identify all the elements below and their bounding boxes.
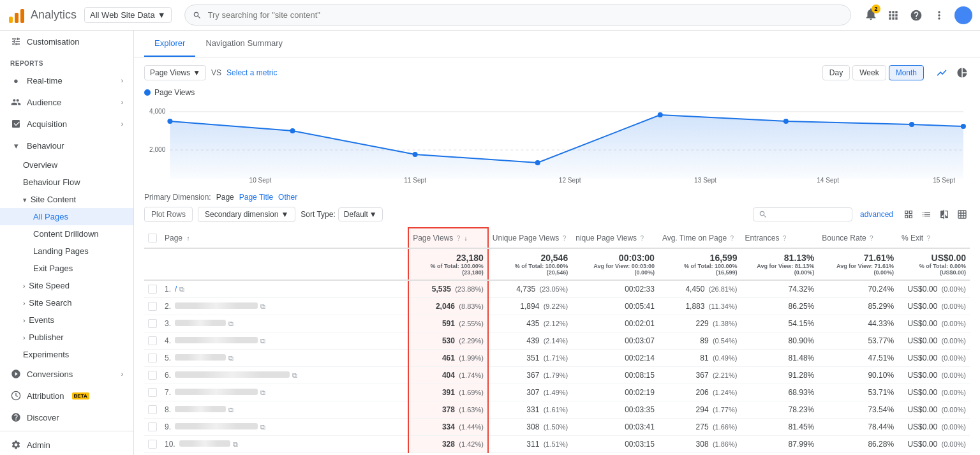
sidebar-item-site-content[interactable]: ▾ Site Content xyxy=(0,191,133,208)
dim-other-link[interactable]: Other xyxy=(278,193,297,202)
table-search xyxy=(753,207,852,221)
sidebar-item-overview[interactable]: Overview xyxy=(0,156,133,174)
row-checkbox[interactable] xyxy=(148,440,157,449)
sidebar-item-site-search[interactable]: › Site Search xyxy=(0,294,133,311)
th-pval-info-icon[interactable]: ? xyxy=(926,235,930,242)
tab-explorer[interactable]: Explorer xyxy=(144,31,195,57)
external-link-icon[interactable]: ⧉ xyxy=(260,389,265,396)
table-row: 3.⧉591 (2.55%)435 (2.12%)00:02:01229 (1.… xyxy=(144,315,970,332)
row-checkbox[interactable] xyxy=(148,405,157,414)
row-checkbox[interactable] xyxy=(148,371,157,380)
th-avg-time[interactable]: nique Page Views ? xyxy=(572,228,658,248)
metric-selector[interactable]: Page Views ▼ xyxy=(144,65,206,80)
select-all-checkbox[interactable] xyxy=(148,234,157,242)
search-input[interactable] xyxy=(184,4,851,26)
property-selector[interactable]: All Web Site Data ▼ xyxy=(84,7,172,23)
pivot-view-icon[interactable] xyxy=(954,207,970,222)
sidebar-item-behaviour-flow[interactable]: Behaviour Flow xyxy=(0,174,133,191)
row-checkbox[interactable] xyxy=(148,336,157,345)
external-link-icon[interactable]: ⧉ xyxy=(260,302,265,310)
sidebar-item-events[interactable]: › Events xyxy=(0,311,133,329)
sidebar-item-acquisition[interactable]: Acquisition › xyxy=(0,113,133,135)
cell-unique-pv: 311 (1.51%) xyxy=(488,436,572,453)
th-page-value[interactable]: % Exit ? xyxy=(898,228,970,248)
notification-bell[interactable]: 2 xyxy=(864,7,878,23)
svg-text:4,000: 4,000 xyxy=(149,108,166,115)
day-btn[interactable]: Day xyxy=(822,65,850,80)
row-number: 6. xyxy=(165,371,171,380)
row-checkbox[interactable] xyxy=(148,302,157,311)
th-page-label: Page xyxy=(165,234,182,242)
external-link-icon[interactable]: ⧉ xyxy=(179,285,184,293)
comparison-view-icon[interactable] xyxy=(937,207,952,222)
week-btn[interactable]: Week xyxy=(852,65,886,80)
sidebar-item-discover[interactable]: Discover xyxy=(0,407,133,428)
cell-entrances: 89 (0.54%) xyxy=(658,332,741,350)
sidebar-item-realtime[interactable]: ● Real-time › xyxy=(0,70,133,91)
external-link-icon[interactable]: ⧉ xyxy=(260,337,265,345)
sidebar-item-publisher[interactable]: › Publisher xyxy=(0,329,133,346)
advanced-link[interactable]: advanced xyxy=(860,210,893,219)
th-avgtime-info-icon[interactable]: ? xyxy=(640,235,644,242)
apps-icon[interactable] xyxy=(886,8,901,23)
plot-rows-btn[interactable]: Plot Rows xyxy=(144,207,193,222)
sidebar-item-landing-pages[interactable]: Landing Pages xyxy=(0,242,133,260)
sidebar-item-behaviour[interactable]: ▾ Behaviour xyxy=(0,135,133,156)
sidebar-item-site-speed[interactable]: › Site Speed xyxy=(0,277,133,294)
row-checkbox[interactable] xyxy=(148,388,157,397)
th-upv-info-icon[interactable]: ? xyxy=(563,235,567,242)
table-row: 7.⧉391 (1.69%)307 (1.49%)00:02:19206 (1.… xyxy=(144,384,970,401)
sidebar-item-attribution[interactable]: Attribution BETA xyxy=(0,385,133,407)
sidebar-item-all-pages[interactable]: All Pages xyxy=(0,208,133,225)
sidebar-item-conversions[interactable]: Conversions › xyxy=(0,363,133,385)
month-btn[interactable]: Month xyxy=(889,65,924,80)
sidebar-item-content-drilldown[interactable]: Content Drilldown xyxy=(0,225,133,242)
sort-default-dropdown[interactable]: Default ▼ xyxy=(338,207,383,221)
avatar[interactable] xyxy=(954,6,972,24)
external-link-icon[interactable]: ⧉ xyxy=(260,423,265,431)
cell-page-value: US$0.00 (0.00%) xyxy=(898,401,970,419)
select-metric-link[interactable]: Select a metric xyxy=(226,68,277,77)
more-vert-icon[interactable] xyxy=(932,8,947,23)
th-unique-pv[interactable]: Unique Page Views ? xyxy=(488,228,572,248)
customisation-label: Customisation xyxy=(27,37,79,47)
secondary-dim-label: Secondary dimension xyxy=(205,210,278,219)
th-pageviews[interactable]: Page Views ? ↓ xyxy=(408,228,488,248)
dim-page-link[interactable]: Page xyxy=(216,193,234,202)
pie-chart-icon[interactable] xyxy=(954,65,970,80)
th-page[interactable]: Page ↑ xyxy=(161,228,408,248)
sidebar-item-admin[interactable]: Admin xyxy=(0,434,133,455)
external-link-icon[interactable]: ⧉ xyxy=(228,320,234,327)
sidebar-item-exit-pages[interactable]: Exit Pages xyxy=(0,260,133,277)
th-bounce-rate[interactable]: Entrances ? xyxy=(741,228,818,248)
summary-view-icon[interactable] xyxy=(919,207,934,222)
th-pct-exit[interactable]: Bounce Rate ? xyxy=(818,228,898,248)
row-checkbox[interactable] xyxy=(148,354,157,362)
th-entrances[interactable]: Avg. Time on Page ? xyxy=(658,228,741,248)
cell-pct-exit: 86.28% xyxy=(818,436,898,453)
secondary-dimension-btn[interactable]: Secondary dimension ▼ xyxy=(198,207,295,222)
tab-navigation-summary[interactable]: Navigation Summary xyxy=(195,31,293,57)
external-link-icon[interactable]: ⧉ xyxy=(228,406,234,414)
dim-page-title-link[interactable]: Page Title xyxy=(239,193,273,202)
row-checkbox[interactable] xyxy=(148,422,157,431)
th-pv-info-icon[interactable]: ? xyxy=(457,235,461,242)
cell-entrances: 1,883 (11.34%) xyxy=(658,298,741,315)
sidebar-item-audience[interactable]: Audience › xyxy=(0,91,133,113)
line-chart-icon[interactable] xyxy=(934,65,949,80)
sidebar-item-experiments[interactable]: Experiments xyxy=(0,346,133,363)
grid-view-icon[interactable] xyxy=(901,207,916,222)
row-checkbox[interactable] xyxy=(148,319,157,328)
page-link[interactable]: / xyxy=(175,285,177,294)
sidebar-item-customisation[interactable]: Customisation xyxy=(0,31,133,52)
row-checkbox[interactable] xyxy=(148,285,157,294)
external-link-icon[interactable]: ⧉ xyxy=(292,371,297,379)
th-exit-info-icon[interactable]: ? xyxy=(870,235,873,242)
external-link-icon[interactable]: ⧉ xyxy=(233,440,238,448)
table-search-input[interactable] xyxy=(770,210,847,219)
help-icon[interactable] xyxy=(909,8,924,23)
th-bounce-info-icon[interactable]: ? xyxy=(783,235,787,242)
row-number: 2. xyxy=(165,302,171,311)
th-ent-info-icon[interactable]: ? xyxy=(730,235,734,242)
external-link-icon[interactable]: ⧉ xyxy=(228,354,234,362)
